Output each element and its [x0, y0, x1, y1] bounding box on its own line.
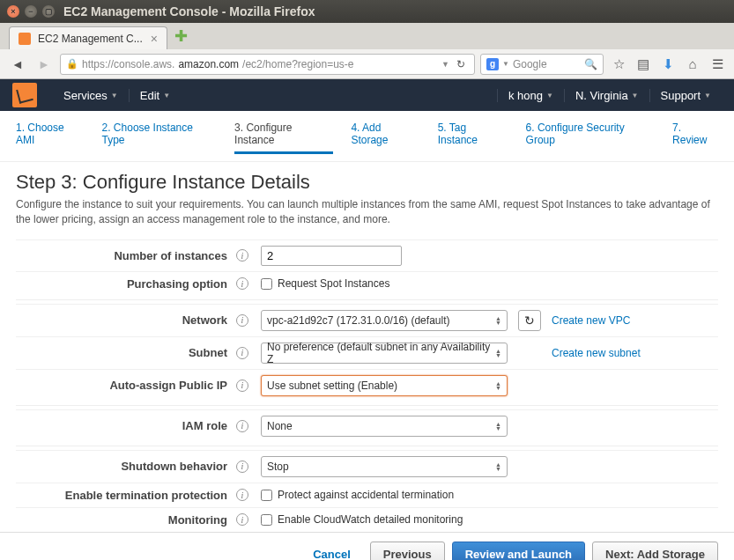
window-minimize-button[interactable]: −: [25, 5, 37, 18]
public-ip-value: Use subnet setting (Enable): [267, 379, 397, 392]
row-termination-protection: Enable termination protection i Protect …: [16, 483, 718, 507]
row-network: Network i vpc-a21d92c7 (172.31.0.0/16) (…: [16, 304, 718, 336]
menu-icon[interactable]: ☰: [708, 55, 727, 74]
spinner-icon: ▲▼: [495, 462, 501, 471]
label-iam-role: IAM role: [16, 419, 236, 432]
row-public-ip: Auto-assign Public IP i Use subnet setti…: [16, 369, 718, 402]
window-maximize-button[interactable]: ▢: [42, 5, 55, 18]
caret-down-icon: ▼: [704, 92, 711, 99]
step-review[interactable]: 7. Review: [672, 122, 718, 154]
review-and-launch-button[interactable]: Review and Launch: [452, 542, 585, 560]
monitoring-checkbox[interactable]: [261, 514, 272, 526]
window-controls: × − ▢: [7, 5, 55, 18]
caret-down-icon: ▼: [632, 92, 639, 99]
monitoring-label: Enable CloudWatch detailed monitoring: [278, 513, 463, 526]
label-network: Network: [16, 313, 236, 327]
forward-button[interactable]: ►: [33, 54, 55, 75]
aws-logo-icon[interactable]: [12, 83, 37, 107]
row-number-of-instances: Number of instances i: [16, 239, 718, 271]
step-choose-ami[interactable]: 1. Choose AMI: [16, 122, 85, 154]
iam-role-select[interactable]: None ▲▼: [261, 416, 508, 437]
downloads-icon[interactable]: ⬇: [658, 55, 678, 74]
subnet-value: No preference (default subnet in any Ava…: [267, 341, 495, 365]
info-icon[interactable]: i: [236, 489, 248, 501]
info-icon[interactable]: i: [236, 249, 248, 262]
label-termination-protection: Enable termination protection: [16, 489, 236, 502]
services-menu[interactable]: Services ▼: [53, 89, 129, 102]
info-icon[interactable]: i: [236, 314, 248, 327]
caret-down-icon: ▼: [163, 92, 170, 99]
region-label: N. Virginia: [575, 89, 628, 102]
label-public-ip: Auto-assign Public IP: [16, 379, 236, 392]
spot-instances-checkbox[interactable]: [261, 278, 272, 290]
page-description: Configure the instance to suit your requ…: [16, 197, 718, 227]
label-monitoring: Monitoring: [16, 513, 236, 527]
browser-toolbar: ◄ ► 🔒 https://console.aws.amazon.com/ec2…: [0, 49, 734, 79]
previous-button[interactable]: Previous: [370, 542, 445, 560]
subnet-select[interactable]: No preference (default subnet in any Ava…: [261, 343, 508, 364]
next-add-storage-button[interactable]: Next: Add Storage: [592, 542, 718, 560]
label-number-of-instances: Number of instances: [16, 249, 236, 262]
step-add-storage[interactable]: 4. Add Storage: [351, 122, 419, 154]
search-icon[interactable]: 🔍: [584, 58, 597, 70]
info-icon[interactable]: i: [236, 513, 248, 526]
row-purchasing-option: Purchasing option i Request Spot Instanc…: [16, 271, 718, 296]
termination-protection-checkbox[interactable]: [261, 490, 272, 501]
user-label: k hong: [508, 89, 543, 102]
services-label: Services: [63, 89, 108, 102]
address-bar[interactable]: 🔒 https://console.aws.amazon.com/ec2/hom…: [60, 54, 475, 75]
spinner-icon: ▲▼: [495, 349, 501, 357]
home-icon[interactable]: ⌂: [683, 55, 702, 74]
shutdown-behavior-select[interactable]: Stop ▲▼: [261, 456, 508, 477]
window-titlebar: × − ▢ EC2 Management Console - Mozilla F…: [0, 0, 734, 23]
dropdown-icon[interactable]: ▼: [441, 60, 449, 69]
cancel-button[interactable]: Cancel: [300, 542, 363, 560]
aws-header: Services ▼ Edit ▼ k hong ▼ N. Virginia ▼…: [0, 79, 734, 111]
step-choose-instance-type[interactable]: 2. Choose Instance Type: [102, 122, 218, 154]
user-menu[interactable]: k hong ▼: [497, 89, 564, 102]
network-select[interactable]: vpc-a21d92c7 (172.31.0.0/16) (default) ▲…: [261, 310, 508, 331]
info-icon[interactable]: i: [236, 277, 248, 290]
content: Step 3: Configure Instance Details Confi…: [0, 162, 734, 532]
aws-favicon-icon: [19, 33, 31, 45]
row-iam-role: IAM role i None ▲▼: [16, 409, 718, 442]
browser-tab[interactable]: EC2 Management C... ×: [9, 26, 167, 49]
info-icon[interactable]: i: [236, 420, 248, 432]
region-menu[interactable]: N. Virginia ▼: [564, 89, 649, 102]
number-of-instances-input[interactable]: [261, 246, 402, 266]
info-icon[interactable]: i: [236, 347, 248, 359]
spinner-icon: ▲▼: [495, 422, 501, 431]
support-label: Support: [661, 89, 701, 102]
step-tag-instance[interactable]: 5. Tag Instance: [438, 122, 508, 154]
window-close-button[interactable]: ×: [7, 5, 19, 18]
tab-title: EC2 Management C...: [38, 33, 143, 45]
row-subnet: Subnet i No preference (default subnet i…: [16, 336, 718, 369]
step-configure-security-group[interactable]: 6. Configure Security Group: [526, 122, 656, 154]
search-engine-dropdown-icon[interactable]: ▼: [502, 60, 509, 68]
iam-role-value: None: [267, 420, 293, 432]
public-ip-select[interactable]: Use subnet setting (Enable) ▲▼: [261, 375, 508, 396]
step-configure-instance[interactable]: 3. Configure Instance: [234, 122, 333, 154]
info-icon[interactable]: i: [236, 379, 248, 392]
spot-instances-label: Request Spot Instances: [278, 277, 389, 290]
back-button[interactable]: ◄: [7, 54, 28, 75]
bookmark-star-icon[interactable]: ☆: [609, 55, 628, 74]
edit-menu[interactable]: Edit ▼: [129, 89, 181, 102]
page-title: Step 3: Configure Instance Details: [16, 171, 718, 194]
search-box[interactable]: g ▼ Google 🔍: [480, 54, 604, 75]
network-value: vpc-a21d92c7 (172.31.0.0/16) (default): [267, 314, 449, 327]
window-title: EC2 Management Console - Mozilla Firefox: [63, 4, 315, 18]
termination-protection-label: Protect against accidental termination: [278, 489, 454, 501]
create-vpc-link[interactable]: Create new VPC: [552, 314, 630, 327]
tab-close-button[interactable]: ×: [151, 32, 158, 46]
info-icon[interactable]: i: [236, 461, 248, 473]
shutdown-behavior-value: Stop: [267, 461, 289, 473]
create-subnet-link[interactable]: Create new subnet: [552, 347, 641, 359]
support-menu[interactable]: Support ▼: [649, 89, 722, 102]
new-tab-button[interactable]: ✚: [174, 26, 188, 46]
reader-icon[interactable]: ▤: [634, 55, 653, 74]
reload-button[interactable]: ↻: [453, 58, 469, 70]
refresh-network-button[interactable]: ↻: [518, 310, 541, 331]
edit-label: Edit: [140, 89, 159, 102]
spinner-icon: ▲▼: [495, 316, 501, 325]
